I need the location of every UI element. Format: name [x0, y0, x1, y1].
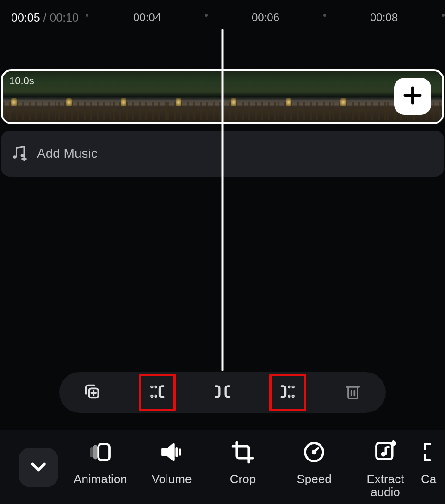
collapse-button[interactable]: [19, 448, 58, 487]
svg-point-10: [155, 386, 156, 387]
tool-canvas[interactable]: Ca: [421, 437, 439, 486]
split-icon: [213, 382, 232, 403]
tool-crop[interactable]: Crop: [207, 437, 278, 486]
trim-right-button[interactable]: [269, 374, 306, 411]
trim-left-icon: [148, 382, 167, 403]
playhead[interactable]: [222, 29, 224, 371]
svg-rect-20: [99, 444, 110, 460]
tool-label: Crop: [230, 473, 256, 486]
svg-rect-21: [94, 446, 96, 458]
svg-point-12: [155, 396, 156, 397]
svg-point-15: [289, 396, 290, 397]
ruler-tick: 00:08: [370, 11, 398, 24]
clip-frame: [278, 71, 333, 122]
ruler-dot: [323, 14, 326, 17]
tool-extract-audio[interactable]: Extract audio: [350, 437, 421, 498]
tool-animation[interactable]: Animation: [65, 437, 136, 486]
clip-frame: [167, 71, 222, 122]
tool-speed[interactable]: Speed: [278, 437, 350, 486]
clip-action-bar: [59, 372, 386, 413]
plus-icon: [402, 85, 423, 107]
svg-point-11: [151, 396, 152, 397]
animation-icon: [88, 440, 112, 466]
tool-label: Extract audio: [367, 473, 404, 498]
clip-frame: [222, 71, 278, 122]
ruler-dot: [86, 14, 88, 17]
bottom-toolbar: Animation Volume Crop: [0, 430, 445, 504]
duplicate-icon: [83, 382, 101, 403]
svg-marker-23: [163, 444, 174, 460]
split-button[interactable]: [204, 374, 241, 411]
tool-label: Ca: [421, 473, 436, 486]
clip-frame: [113, 71, 168, 122]
clip-frame: [333, 71, 388, 122]
svg-rect-22: [91, 448, 92, 456]
add-clip-button[interactable]: [394, 78, 431, 115]
music-add-icon: [10, 144, 27, 163]
add-music-label: Add Music: [37, 146, 98, 161]
svg-point-9: [151, 386, 152, 387]
volume-icon: [160, 440, 184, 466]
svg-point-2: [13, 155, 17, 159]
tool-volume[interactable]: Volume: [136, 437, 207, 486]
canvas-icon: [421, 440, 445, 466]
trim-right-icon: [278, 382, 297, 403]
clip-duration-label: 10.0s: [9, 75, 34, 87]
trash-icon: [344, 382, 362, 403]
svg-rect-29: [377, 443, 393, 459]
svg-point-13: [289, 386, 290, 387]
speed-icon: [302, 440, 326, 466]
playback-position: 00:05 / 00:10: [11, 11, 79, 25]
timeline-ruler[interactable]: 00:05 / 00:10 00:04 00:06 00:08: [0, 0, 445, 28]
current-time: 00:05: [11, 11, 40, 24]
chevron-down-icon: [28, 456, 49, 479]
delete-button[interactable]: [334, 374, 371, 411]
tool-label: Speed: [297, 473, 331, 486]
ruler-tick: 00:04: [133, 11, 161, 24]
crop-icon: [231, 440, 255, 466]
svg-point-14: [293, 386, 294, 387]
duplicate-button[interactable]: [74, 374, 111, 411]
trim-left-button[interactable]: [139, 374, 176, 411]
ruler-dot: [205, 14, 208, 17]
total-time: 00:10: [49, 11, 79, 24]
clip-frame: [58, 71, 113, 122]
svg-point-28: [313, 451, 315, 454]
tool-label: Animation: [74, 473, 127, 486]
ruler-tick: 00:06: [252, 11, 279, 24]
tool-label: Volume: [152, 473, 192, 486]
extract-audio-icon: [373, 440, 397, 466]
tool-strip[interactable]: Animation Volume Crop: [65, 437, 445, 498]
ruler-dot: [442, 14, 445, 17]
svg-point-16: [293, 396, 294, 397]
